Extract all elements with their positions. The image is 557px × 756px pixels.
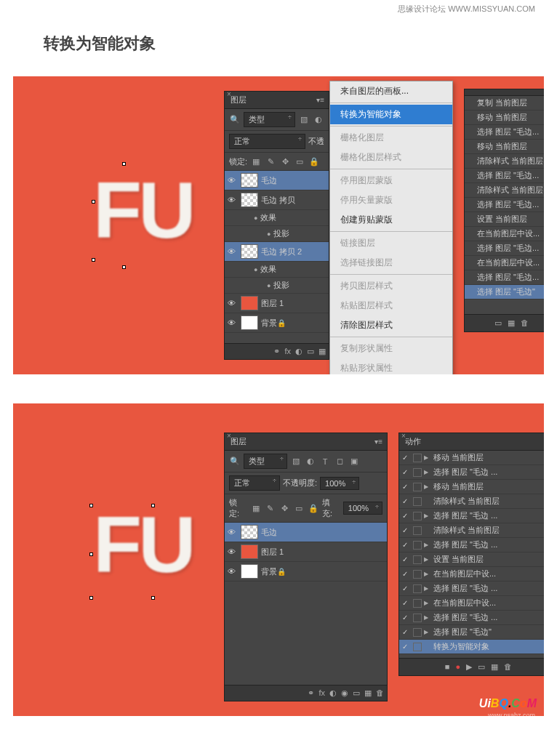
check-icon[interactable]: ✓ xyxy=(402,628,411,636)
dialog-toggle[interactable] xyxy=(413,555,422,564)
filter-adjust-icon[interactable]: ◐ xyxy=(305,456,316,467)
filter-dropdown[interactable]: 类型 xyxy=(244,112,295,127)
expand-icon[interactable]: ▶ xyxy=(424,542,431,548)
adjust-icon[interactable]: ◉ xyxy=(341,688,348,698)
layer-row[interactable]: 👁图层 1 xyxy=(225,542,387,562)
trash-icon[interactable]: 🗑 xyxy=(504,662,512,672)
dialog-toggle[interactable] xyxy=(413,614,422,622)
mask-icon[interactable]: ◐ xyxy=(329,688,337,698)
visibility-icon[interactable]: 👁 xyxy=(228,196,238,204)
dialog-toggle[interactable] xyxy=(413,628,422,637)
lock-move-icon[interactable]: ✥ xyxy=(279,156,291,167)
action-row[interactable]: ✓▶在当前图层中设... xyxy=(399,567,544,582)
dialog-toggle[interactable] xyxy=(413,468,422,477)
action-row[interactable]: 选择 图层 "毛边" xyxy=(465,285,544,299)
check-icon[interactable]: ✓ xyxy=(402,526,411,534)
check-icon[interactable]: ✓ xyxy=(402,468,411,476)
selection-handle[interactable] xyxy=(89,504,93,507)
visibility-icon[interactable]: 👁 xyxy=(228,567,238,576)
dialog-toggle[interactable] xyxy=(413,454,422,462)
opacity-input[interactable]: 100% xyxy=(320,477,359,490)
context-menu-item[interactable]: 创建剪贴蒙版 xyxy=(330,210,452,230)
check-icon[interactable]: ✓ xyxy=(402,541,411,549)
folder-icon[interactable]: ▭ xyxy=(494,318,502,328)
record-icon[interactable]: ● xyxy=(456,662,461,672)
trash-icon[interactable]: 🗑 xyxy=(521,318,529,328)
layer-row[interactable]: 👁毛边 xyxy=(225,523,387,542)
filter-image-icon[interactable]: ▧ xyxy=(290,456,302,467)
context-menu-item[interactable]: 清除图层样式 xyxy=(330,315,452,335)
visibility-icon[interactable]: 👁 xyxy=(228,547,238,556)
layer-row[interactable]: ●效果 xyxy=(225,210,329,226)
filter-text-icon[interactable]: T xyxy=(319,456,331,467)
expand-icon[interactable]: ▶ xyxy=(424,629,431,635)
panel-title[interactable]: 动作 xyxy=(405,437,421,446)
lock-artboard-icon[interactable]: ▭ xyxy=(293,502,305,514)
visibility-icon[interactable]: 👁 xyxy=(228,176,238,185)
action-row[interactable]: ✓清除样式 当前图层 xyxy=(399,494,544,509)
selection-handle[interactable] xyxy=(89,596,93,600)
panel-title[interactable]: 图层 xyxy=(231,437,247,446)
selection-handle[interactable] xyxy=(122,265,126,269)
layer-row[interactable]: ●效果 xyxy=(225,262,329,278)
selection-handle[interactable] xyxy=(92,258,95,262)
search-icon[interactable]: 🔍 xyxy=(229,114,241,126)
fill-input[interactable]: 100% xyxy=(343,502,382,515)
selection-handle[interactable] xyxy=(122,162,126,166)
dialog-toggle[interactable] xyxy=(413,526,422,535)
lock-transparent-icon[interactable]: ▦ xyxy=(250,156,262,167)
visibility-icon[interactable]: 👁 xyxy=(228,247,238,256)
expand-icon[interactable]: ▶ xyxy=(424,614,431,621)
panel-title[interactable]: 图层 xyxy=(231,95,247,104)
link-icon[interactable]: ⚭ xyxy=(308,688,314,698)
folder-icon[interactable]: ▭ xyxy=(307,347,314,356)
lock-all-icon[interactable]: 🔒 xyxy=(308,502,319,514)
lock-paint-icon[interactable]: ✎ xyxy=(265,502,276,514)
close-icon[interactable]: × xyxy=(227,432,231,440)
filter-shape-icon[interactable]: ◻ xyxy=(334,456,345,467)
expand-icon[interactable]: ▶ xyxy=(424,454,431,461)
layer-row[interactable]: 👁毛边 拷贝 2 xyxy=(225,242,329,262)
selection-handle[interactable] xyxy=(89,552,93,556)
check-icon[interactable]: ✓ xyxy=(402,555,411,563)
new-icon[interactable]: ▦ xyxy=(491,662,498,672)
check-icon[interactable]: ✓ xyxy=(402,497,411,505)
trash-icon[interactable]: 🗑 xyxy=(376,688,384,698)
play-icon[interactable]: ▶ xyxy=(466,662,472,672)
fx-icon[interactable]: fx xyxy=(318,688,325,698)
layer-row[interactable]: ●投影 xyxy=(225,226,329,242)
close-icon[interactable]: × xyxy=(227,90,231,98)
filter-image-icon[interactable]: ▧ xyxy=(298,114,310,126)
blend-mode-dropdown[interactable]: 正常 xyxy=(229,475,280,491)
filter-dropdown[interactable]: 类型 xyxy=(244,454,287,469)
visibility-icon[interactable]: 👁 xyxy=(228,528,238,536)
lock-artboard-icon[interactable]: ▭ xyxy=(294,156,305,167)
visibility-icon[interactable]: 👁 xyxy=(228,299,238,307)
action-row[interactable]: 清除样式 当前图层 xyxy=(465,183,544,198)
layer-row[interactable]: 👁背景🔒 xyxy=(225,313,329,333)
action-row[interactable]: 在当前图层中设... xyxy=(465,227,544,241)
lock-paint-icon[interactable]: ✎ xyxy=(265,156,276,167)
expand-icon[interactable]: ▶ xyxy=(424,600,431,606)
panel-menu-icon[interactable]: ▾≡ xyxy=(374,438,382,446)
dialog-toggle[interactable] xyxy=(413,541,422,550)
new-layer-icon[interactable]: ▦ xyxy=(318,347,326,356)
layer-row[interactable]: 👁图层 1 xyxy=(225,294,329,313)
action-row[interactable]: ✓▶选择 图层 "毛边 ... xyxy=(399,509,544,523)
check-icon[interactable]: ✓ xyxy=(402,584,411,592)
filter-smart-icon[interactable]: ▣ xyxy=(348,456,360,467)
check-icon[interactable]: ✓ xyxy=(402,483,411,491)
action-row[interactable]: ✓▶移动 当前图层 xyxy=(399,451,544,465)
action-row[interactable]: ✓▶设置 当前图层 xyxy=(399,552,544,567)
action-row[interactable]: 在当前图层中设... xyxy=(465,256,544,270)
blend-mode-dropdown[interactable]: 正常 xyxy=(229,134,305,149)
dialog-toggle[interactable] xyxy=(413,584,422,593)
dialog-toggle[interactable] xyxy=(413,643,422,651)
action-row[interactable]: ✓▶移动 当前图层 xyxy=(399,480,544,494)
visibility-icon[interactable]: 👁 xyxy=(228,318,238,327)
selection-handle[interactable] xyxy=(92,200,95,204)
action-row[interactable]: ✓清除样式 当前图层 xyxy=(399,523,544,538)
lock-move-icon[interactable]: ✥ xyxy=(279,502,291,514)
action-row[interactable]: 移动 当前图层 xyxy=(465,140,544,154)
lock-all-icon[interactable]: 🔒 xyxy=(308,156,320,167)
